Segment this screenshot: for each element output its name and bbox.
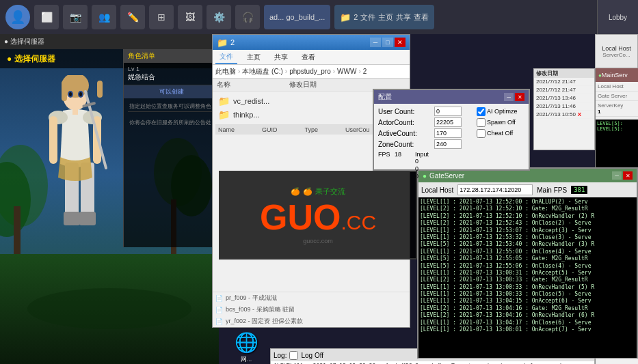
ms-gate-server-label: Gate Server xyxy=(598,93,636,99)
minimize-button[interactable]: ─ xyxy=(370,38,381,47)
svg-point-16 xyxy=(79,92,82,96)
ribbon-view[interactable]: 查看 xyxy=(414,12,429,23)
config-title: 配置 xyxy=(378,92,392,102)
local-host-label: Local Host xyxy=(602,45,631,52)
gate-log-entry: [LEVEL[1] : 2021-07-13 13:04:17 : OnClos… xyxy=(420,320,635,326)
user-count-input[interactable] xyxy=(434,107,462,116)
zone-count-label: ZoneCount: xyxy=(378,141,433,148)
ai-optimize-label: AI Optimze xyxy=(487,108,518,115)
gate-server-window: ● GateServer ─ ✕ Local Host Main FPS 381… xyxy=(417,167,638,359)
file-entry-1: pr_f009 - 平成滋滋 xyxy=(226,294,277,303)
date-val-5: 2021/7/13 10:50 xyxy=(536,111,576,117)
list-item[interactable]: 📄 bcs_f009 - 采购策略 驻留 xyxy=(213,304,410,316)
maximize-icon[interactable]: ⬜ xyxy=(34,5,59,29)
ribbon-home[interactable]: 主页 xyxy=(378,12,393,23)
char-level: Lv 1 xyxy=(128,66,215,72)
ribbon-file[interactable]: 文件 xyxy=(360,12,375,23)
maximize-button[interactable]: □ xyxy=(382,38,393,47)
svg-rect-12 xyxy=(97,81,103,98)
folder-icon: 📁 xyxy=(218,96,229,107)
gate-minimize-button[interactable]: ─ xyxy=(612,171,622,180)
zone-count-input[interactable] xyxy=(434,139,462,149)
list-item[interactable]: 📄 pr_f009 - 平成滋滋 xyxy=(213,292,410,304)
user-count-label: User Count: xyxy=(378,108,433,115)
config-minimize-button[interactable]: ─ xyxy=(504,93,514,101)
window-controls: ─ □ ✕ xyxy=(370,38,406,47)
date-val-3: 2021/7/13 13:46 xyxy=(536,95,576,101)
ribbon-tab-home[interactable]: 主页 xyxy=(243,51,265,64)
file-icon-small: 📄 xyxy=(215,318,223,325)
ribbon-share[interactable]: 共享 xyxy=(396,12,411,23)
game-titlebar: ● 选择伺服器 xyxy=(0,34,219,49)
explorer-ribbon: 文件 主页 共享 查看 xyxy=(213,50,410,65)
char-list-label: 角色清单 xyxy=(128,51,155,61)
camera-icon[interactable]: 📷 xyxy=(63,5,88,29)
explorer-address-bar[interactable]: 此电脑 › 本地磁盘 (C:) › phpstudy_pro › WWW › 2 xyxy=(213,65,410,79)
people-icon[interactable]: 👥 xyxy=(92,5,116,29)
input-val-3: 0 xyxy=(415,173,429,180)
lock-info-1: 指定起始位置查服务可以调整角色 xyxy=(124,98,219,115)
file-entry-3: yr_f002 - 固定资 担保公素款 xyxy=(226,317,303,326)
gate-log-entry: [LEVEL[1] : 2021-07-13 13:00:33 : OnClos… xyxy=(420,291,635,298)
lobby-button[interactable]: Lobby xyxy=(597,0,638,34)
gate-log-entry: [LEVEL[2] : 2021-07-13 13:04:16 : OnRecv… xyxy=(420,312,635,319)
addr-sep-1: › xyxy=(238,68,240,75)
svg-rect-19 xyxy=(49,116,57,164)
gear-icon[interactable]: ⚙️ xyxy=(207,5,231,29)
char-name: 妮急结合 xyxy=(128,72,215,82)
close-button[interactable]: ✕ xyxy=(395,38,406,47)
ribbon-tab-file[interactable]: 文件 xyxy=(215,51,237,64)
ms-server-key-row: ServerKey 1 xyxy=(596,101,638,117)
actor-count-input[interactable] xyxy=(434,117,462,127)
addr-part-5: 2 xyxy=(363,68,367,75)
ribbon-tab-view[interactable]: 查看 xyxy=(297,51,319,64)
gate-log-entry: [LEVEL[5] : 2021-07-13 12:53:40 : OnRecv… xyxy=(420,241,635,248)
game-title: ● 选择伺服器 xyxy=(4,37,44,46)
ai-optimize-checkbox-label: AI Optimze xyxy=(477,107,531,116)
create-char-button[interactable]: 可以创建 xyxy=(124,85,219,98)
gate-local-host-input[interactable] xyxy=(457,184,533,195)
gate-log[interactable]: [LEVEL[1] : 2021-07-13 12:52:00 : OnALLU… xyxy=(418,197,637,358)
date-header: 修改日期 xyxy=(534,69,594,78)
addr-part-2: 本地磁盘 (C:) xyxy=(242,67,282,76)
active-count-input[interactable] xyxy=(434,128,462,138)
log-off-checkbox[interactable] xyxy=(289,351,298,360)
image-icon[interactable]: 🖼 xyxy=(178,5,202,29)
headset-icon[interactable]: 🎧 xyxy=(235,5,260,29)
web-icon: 🌐 xyxy=(235,331,258,354)
config-close-button[interactable]: ✕ xyxy=(515,93,524,101)
gate-local-host-label: Local Host xyxy=(421,186,453,194)
explorer-tab[interactable]: 📁 2 文件 主页 共享 查看 xyxy=(334,5,434,29)
taskbar: 👤 ⬜ 📷 👥 ✏️ ⊞ 🖼 ⚙️ 🎧 ad... go_build_... 📁… xyxy=(0,0,638,34)
local-host-panel: Local Host ServerCo... xyxy=(595,34,638,68)
cheat-off-checkbox[interactable] xyxy=(477,129,486,138)
char-item-1[interactable]: Lv 1 妮急结合 xyxy=(124,63,219,85)
game-window: ● 选择伺服器 xyxy=(0,34,219,364)
ms-local-host-label: Local Host xyxy=(598,83,636,89)
svg-rect-11 xyxy=(62,81,67,101)
spawn-off-checkbox[interactable] xyxy=(477,118,486,127)
ai-optimize-checkbox[interactable] xyxy=(477,107,486,116)
server-code-label: ServerCo... xyxy=(602,52,630,58)
date-row-4: 2021/7/13 11:46 xyxy=(534,102,594,111)
svg-rect-7 xyxy=(14,206,21,254)
gate-log-entry: [LEVEL[1] : 2021-07-13 12:52:00 : OnALLU… xyxy=(420,199,635,206)
list-item[interactable]: 📄 yr_f002 - 固定资 担保公素款 xyxy=(213,316,410,327)
date-val-2: 2021/7/12 21:47 xyxy=(536,87,576,93)
svg-point-15 xyxy=(69,92,72,96)
gate-close-button[interactable]: ✕ xyxy=(623,171,633,180)
desktop-icon-web[interactable]: 🌐 网... xyxy=(215,328,277,364)
addr-sep-3: › xyxy=(333,68,335,75)
gate-header: Local Host Main FPS 381 xyxy=(418,182,637,197)
ribbon-tab-share[interactable]: 共享 xyxy=(270,51,292,64)
ms-gate-server-row: Gate Server xyxy=(596,92,638,101)
watermark-bottom: guocc.com xyxy=(303,238,333,244)
watermark-overlay: 🍊 🍊 果子交流 GUO .CC guocc.com xyxy=(219,171,417,260)
user-avatar[interactable]: 👤 xyxy=(5,5,30,29)
app-tab-game[interactable]: ad... go_build_... xyxy=(264,5,330,29)
pen-icon[interactable]: ✏️ xyxy=(120,5,145,29)
log-off-label: Log Off xyxy=(301,352,323,359)
watermark-brand: GUO .CC xyxy=(260,197,376,238)
log-content[interactable]: [LEVEL[1] : 2021-07-13 12:58:28 : AwakeN… xyxy=(271,361,594,364)
grid-icon[interactable]: ⊞ xyxy=(149,5,174,29)
